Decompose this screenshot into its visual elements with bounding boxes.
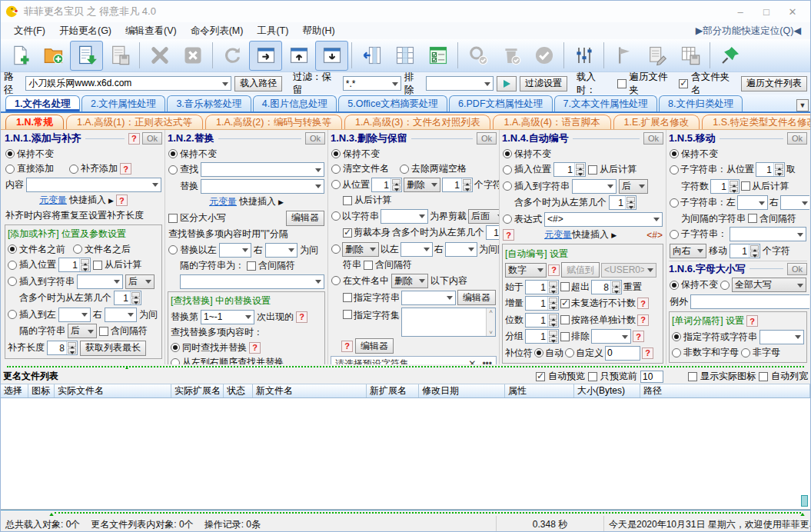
tab-adv2-encoding[interactable]: 1.A.高级(2)：编码与转换等 (205, 115, 342, 129)
preset-charset-bar[interactable]: 请选择预设字符集✕••• (331, 356, 497, 364)
string-combobox[interactable] (77, 274, 123, 289)
help-button[interactable]: ? (341, 341, 353, 352)
radio-substring-between[interactable] (670, 198, 679, 208)
boundary-string-combobox[interactable] (381, 209, 428, 224)
radio-replace-between[interactable] (168, 245, 178, 254)
pin-button[interactable] (713, 41, 746, 71)
left-combobox[interactable] (58, 308, 91, 322)
radio-after-name[interactable] (73, 244, 82, 254)
from-end-checkbox[interactable] (588, 165, 597, 175)
flag-button[interactable] (607, 41, 640, 71)
tabs1-more-button[interactable]: ▼ (796, 99, 809, 111)
export-table-button[interactable] (673, 41, 706, 71)
checklist-button[interactable] (421, 41, 454, 71)
tab-filename[interactable]: 1.文件名处理 (5, 95, 80, 111)
spinner-arrows[interactable] (728, 180, 739, 193)
help-button[interactable]: ? (296, 311, 307, 323)
spinner-arrows[interactable] (625, 196, 636, 209)
menu-tools[interactable]: 工具(T) (250, 24, 295, 38)
ok-button[interactable]: Ok (305, 132, 325, 145)
tab-music-tag[interactable]: 3.音乐标签处理 (167, 95, 251, 111)
spinner-arrows[interactable] (461, 178, 472, 191)
group-spinner[interactable]: 1 (525, 329, 559, 344)
number-type-combobox[interactable]: 数字 (505, 263, 547, 278)
column-ext[interactable]: 实际扩展名 (171, 384, 224, 397)
auto-preview-checkbox[interactable] (536, 372, 545, 381)
path-combobox[interactable]: 小刀娱乐网www.x6d.com (25, 76, 231, 91)
clear-icon[interactable]: ✕ (468, 358, 476, 364)
assign-target-combobox[interactable]: <USER0> (601, 263, 656, 278)
pad-length-spinner[interactable]: 8 (47, 341, 78, 355)
menu-edit-view[interactable]: 编辑查看(V) (118, 24, 184, 38)
radio-pad-auto[interactable] (534, 348, 543, 357)
column-status[interactable]: 状态 (224, 384, 253, 397)
radio-trim-spaces[interactable] (400, 165, 409, 174)
include-sep-checkbox[interactable] (99, 327, 108, 336)
panel-down-button[interactable] (315, 41, 348, 71)
arrow-right-icon[interactable]: ▶ (278, 198, 284, 206)
help-button[interactable]: ? (116, 195, 128, 206)
maximize-button[interactable]: □ (753, 3, 779, 20)
radio-spec-separator[interactable] (672, 332, 681, 341)
between-value-combobox[interactable] (180, 274, 324, 289)
insert-pos-spinner[interactable]: 1 (58, 258, 91, 272)
side-combobox[interactable]: 后面 (468, 209, 500, 224)
spinner-arrows[interactable] (547, 281, 558, 294)
panel-up-button[interactable] (282, 41, 315, 71)
radio-expression[interactable] (503, 214, 512, 224)
from-end-checkbox[interactable] (93, 261, 102, 270)
spinner-arrows[interactable] (130, 291, 141, 304)
ok-button[interactable]: Ok (477, 132, 497, 145)
delete-combobox2[interactable]: 删除 (342, 242, 379, 257)
add-folder-button[interactable] (37, 41, 70, 71)
menu-start-rename[interactable]: 开始更名(G) (52, 24, 118, 38)
spinner-arrows[interactable] (610, 281, 621, 294)
ok-button[interactable]: Ok (142, 132, 162, 145)
radio-clear-name[interactable] (331, 165, 341, 174)
clear-list-button[interactable] (176, 41, 209, 71)
filter-settings-button[interactable]: 过滤设置 (520, 76, 567, 91)
radio-insert-to-string[interactable] (503, 181, 512, 191)
assign-to-button[interactable]: 赋值到 (561, 262, 600, 278)
table-columns-button[interactable] (388, 41, 421, 71)
tab-normal[interactable]: 1.N.常规 (5, 115, 64, 129)
uncheck-nocount-checkbox[interactable] (560, 299, 570, 308)
exception-input[interactable] (690, 294, 809, 309)
save-list-button[interactable] (103, 41, 136, 71)
radio-change-case[interactable] (720, 281, 730, 290)
help-button[interactable]: ? (120, 163, 131, 175)
radio-from-position[interactable] (331, 180, 341, 189)
radio-keep[interactable] (168, 149, 178, 158)
radio-pad-custom[interactable] (565, 348, 574, 357)
delete-combobox[interactable]: 删除 (404, 178, 440, 192)
tab-ext-modify[interactable]: 1.E.扩展名修改 (613, 115, 700, 129)
multi-index-spinner[interactable]: 1 (114, 291, 141, 305)
spinner-arrows[interactable] (749, 244, 759, 258)
filter-keep-combobox[interactable]: *.* (343, 76, 401, 91)
options-sliders-button[interactable] (567, 41, 600, 71)
tab-file-attr[interactable]: 2.文件属性处理 (81, 95, 165, 111)
case-mode-combobox[interactable]: 全部大写 (732, 278, 806, 292)
meta-variable-link[interactable]: 元变量 (544, 229, 572, 240)
help-button[interactable]: ? (249, 342, 261, 354)
radio-find[interactable] (168, 165, 178, 175)
radio-keep[interactable] (331, 149, 341, 158)
column-newname[interactable]: 新文件名 (253, 384, 367, 397)
substring-combobox[interactable] (730, 227, 806, 241)
move-count-spinner[interactable]: 1 (730, 244, 760, 258)
spec-string-checkbox[interactable] (343, 293, 352, 302)
increment-spinner[interactable]: 1 (525, 296, 559, 311)
delete-item-button[interactable] (143, 41, 176, 71)
right-combobox[interactable] (265, 243, 297, 258)
panel-right-button[interactable] (249, 41, 282, 71)
expression-combobox[interactable]: <#> (544, 212, 663, 227)
editor-button[interactable]: 编辑器 (286, 211, 324, 226)
column-filename[interactable]: 实际文件名 (55, 384, 171, 397)
direction-combobox[interactable]: 向右 (670, 244, 706, 258)
exclude-checkbox[interactable] (560, 332, 570, 341)
tab-adv3-mapping[interactable]: 1.A.高级(3)：文件名对照列表 (344, 115, 491, 129)
after-combobox[interactable]: 后 (619, 179, 648, 194)
edit-record-button[interactable] (640, 41, 673, 71)
trash-check-button[interactable] (494, 41, 527, 71)
count-spinner[interactable]: 1 (442, 178, 473, 192)
